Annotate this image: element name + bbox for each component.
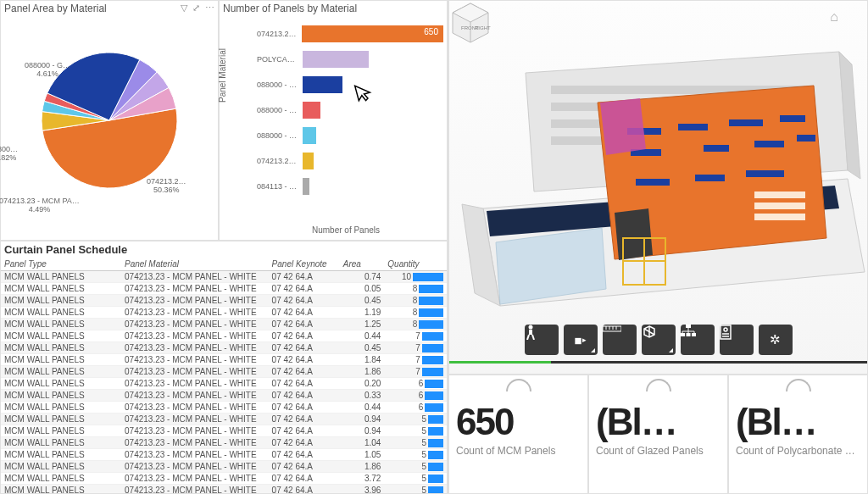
table-row[interactable]: MCM WALL PANELS074213.23 - MCM PANEL - W… — [1, 378, 447, 390]
svg-marker-30 — [615, 208, 653, 260]
schedule-panel: Curtain Panel Schedule Panel TypePanel M… — [0, 241, 448, 494]
bar-rect[interactable] — [303, 178, 309, 195]
table-cell: 0.74 — [340, 271, 385, 283]
table-cell: 074213.23 - MCM PANEL - WHITE — [121, 390, 269, 402]
table-cell: 1.04 — [340, 437, 385, 449]
bar-rect[interactable] — [303, 76, 342, 93]
kpi-label: Count of MCM Panels — [456, 445, 581, 457]
svg-rect-16 — [678, 124, 708, 130]
svg-rect-25 — [746, 170, 784, 177]
camera-tool[interactable]: ■▸ — [564, 325, 598, 355]
svg-rect-20 — [704, 145, 729, 152]
bar-row[interactable]: 088000 - G… — [257, 125, 443, 147]
settings-tool[interactable]: ✲ — [759, 325, 793, 355]
table-cell: 0.33 — [340, 390, 385, 402]
column-header[interactable]: Panel Material — [121, 258, 269, 271]
table-cell: 074213.23 - MCM PANEL - WHITE — [121, 414, 269, 425]
quantity-cell: 5 — [384, 425, 447, 437]
quantity-cell: 8 — [384, 307, 447, 319]
svg-rect-50 — [692, 333, 696, 336]
quantity-cell: 5 — [384, 473, 447, 485]
bar-row[interactable]: 074213.23 …650 — [257, 23, 443, 45]
bar-row[interactable]: 074213.23 … — [257, 150, 443, 172]
table-cell: 074213.23 - MCM PANEL - WHITE — [121, 295, 269, 307]
table-row[interactable]: MCM WALL PANELS074213.23 - MCM PANEL - W… — [1, 461, 447, 473]
svg-point-57 — [724, 328, 727, 331]
column-header[interactable]: Quantity — [384, 258, 447, 271]
table-cell: 0.94 — [340, 425, 385, 437]
svg-rect-24 — [695, 175, 725, 181]
table-row[interactable]: MCM WALL PANELS074213.23 - MCM PANEL - W… — [1, 342, 447, 354]
column-header[interactable]: Area — [340, 258, 385, 271]
bar-rect[interactable] — [303, 127, 316, 144]
measure-tool[interactable] — [603, 325, 637, 355]
properties-tool[interactable] — [720, 325, 754, 355]
bar-rect[interactable] — [303, 153, 314, 169]
table-row[interactable]: MCM WALL PANELS074213.23 - MCM PANEL - W… — [1, 437, 447, 449]
quantity-cell: 6 — [384, 402, 447, 414]
table-cell: 074213.23 - MCM PANEL - WHITE — [121, 485, 269, 495]
table-cell: 3.96 — [340, 485, 385, 495]
load-progress — [449, 361, 867, 364]
kpi-value: 650 — [456, 401, 581, 443]
quantity-cell: 6 — [384, 378, 447, 390]
explode-tool[interactable] — [642, 325, 676, 355]
table-row[interactable]: MCM WALL PANELS074213.23 - MCM PANEL - W… — [1, 319, 447, 330]
table-row[interactable]: MCM WALL PANELS074213.23 - MCM PANEL - W… — [1, 366, 447, 378]
bar-row[interactable]: 088000 - G… — [257, 74, 443, 96]
pie-label: 074213.23 - MCM PA…4.49% — [0, 197, 80, 214]
bar-row[interactable]: 084113 - S… — [257, 175, 443, 197]
table-cell: 07 42 64.A — [269, 414, 340, 425]
table-row[interactable]: MCM WALL PANELS074213.23 - MCM PANEL - W… — [1, 485, 447, 495]
kpi-card[interactable]: (Bl…Count of Polycarbonate … — [728, 375, 868, 494]
table-cell: 07 42 64.A — [269, 461, 340, 473]
schedule-table[interactable]: Panel TypePanel MaterialPanel KeynoteAre… — [1, 258, 447, 494]
table-cell: 074213.23 - MCM PANEL - WHITE — [121, 366, 269, 378]
gauge-icon — [506, 379, 531, 391]
building-model — [449, 1, 868, 375]
model-tree-tool[interactable] — [681, 325, 715, 355]
table-cell: 0.94 — [340, 414, 385, 425]
bar-chart[interactable]: 074213.23 …650POLYCARB…088000 - G…088000… — [257, 23, 443, 222]
table-row[interactable]: MCM WALL PANELS074213.23 - MCM PANEL - W… — [1, 473, 447, 485]
bar-rect[interactable] — [303, 51, 369, 68]
table-row[interactable]: MCM WALL PANELS074213.23 - MCM PANEL - W… — [1, 402, 447, 414]
svg-rect-23 — [636, 179, 670, 186]
table-row[interactable]: MCM WALL PANELS074213.23 - MCM PANEL - W… — [1, 307, 447, 319]
table-row[interactable]: MCM WALL PANELS074213.23 - MCM PANEL - W… — [1, 295, 447, 307]
quantity-cell: 5 — [384, 437, 447, 449]
bar-row[interactable]: POLYCARB… — [257, 48, 443, 70]
viewer-toolbar: ■▸ ✲ — [525, 325, 793, 355]
table-row[interactable]: MCM WALL PANELS074213.23 - MCM PANEL - W… — [1, 425, 447, 437]
table-cell: 074213.23 - MCM PANEL - WHITE — [121, 402, 269, 414]
pie-label: 088000 - G…4.61% — [25, 62, 70, 79]
table-cell: MCM WALL PANELS — [1, 461, 121, 473]
table-row[interactable]: MCM WALL PANELS074213.23 - MCM PANEL - W… — [1, 449, 447, 461]
table-row[interactable]: MCM WALL PANELS074213.23 - MCM PANEL - W… — [1, 283, 447, 295]
table-cell: 07 42 64.A — [269, 366, 340, 378]
column-header[interactable]: Panel Type — [1, 258, 121, 271]
table-cell: 074213.23 - MCM PANEL - WHITE — [121, 461, 269, 473]
more-icon[interactable]: ⋯ — [205, 3, 214, 14]
table-row[interactable]: MCM WALL PANELS074213.23 - MCM PANEL - W… — [1, 354, 447, 366]
table-row[interactable]: MCM WALL PANELS074213.23 - MCM PANEL - W… — [1, 330, 447, 342]
table-cell: 074213.23 - MCM PANEL - WHITE — [121, 283, 269, 295]
table-cell: 07 42 64.A — [269, 283, 340, 295]
column-header[interactable]: Panel Keynote — [269, 258, 340, 271]
table-row[interactable]: MCM WALL PANELS074213.23 - MCM PANEL - W… — [1, 271, 447, 283]
focus-icon[interactable]: ⤢ — [192, 3, 200, 14]
table-row[interactable]: MCM WALL PANELS074213.23 - MCM PANEL - W… — [1, 390, 447, 402]
bar-row[interactable]: 088000 - F… — [257, 99, 443, 121]
kpi-card[interactable]: 650Count of MCM Panels — [448, 375, 588, 494]
kpi-label: Count of Glazed Panels — [596, 445, 721, 457]
table-row[interactable]: MCM WALL PANELS074213.23 - MCM PANEL - W… — [1, 414, 447, 425]
table-cell: 074213.23 - MCM PANEL - WHITE — [121, 354, 269, 366]
model-viewer[interactable]: ⌂ FRONT RIGHT — [448, 0, 868, 375]
filter-icon[interactable]: ▽ — [181, 3, 187, 14]
kpi-card[interactable]: (Bl…Count of Glazed Panels — [588, 375, 728, 494]
table-cell: MCM WALL PANELS — [1, 307, 121, 319]
bar-rect[interactable] — [303, 102, 320, 119]
table-cell: 1.86 — [340, 366, 385, 378]
walk-tool[interactable] — [525, 325, 559, 355]
bar-rect[interactable]: 650 — [302, 25, 443, 42]
